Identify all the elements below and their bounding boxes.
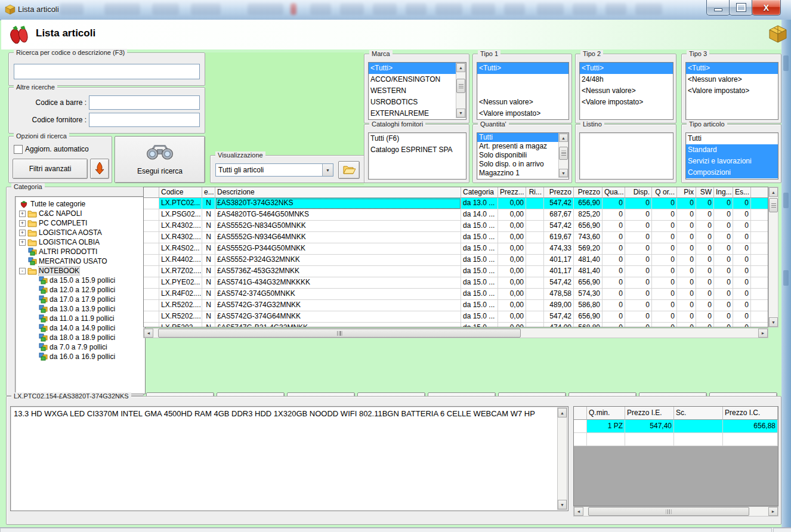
table-row[interactable] — [574, 433, 778, 446]
column-header[interactable]: SW — [696, 187, 714, 198]
catalogs-listbox[interactable]: Tutti (F6)Catalogo ESPRINET SPA — [369, 133, 466, 179]
column-header[interactable]: Categoria — [461, 187, 498, 198]
quantity-listbox[interactable]: TuttiArt. presenti a magazSolo disponibi… — [477, 133, 558, 179]
list-item[interactable]: <Nessun valore> — [477, 97, 568, 108]
column-header[interactable]: Prezz... — [498, 187, 526, 198]
column-header[interactable]: Es... — [733, 187, 751, 198]
expand-icon[interactable]: + — [19, 220, 26, 227]
article-table-hscrollbar[interactable]: ◄ ► — [143, 328, 768, 338]
column-header[interactable]: e... — [202, 187, 215, 198]
scroll-thumb[interactable] — [559, 147, 568, 160]
type3-listbox[interactable]: <Tutti><Nessun valore><Valore impostato> — [686, 63, 778, 119]
table-row[interactable]: LX.R5202....N£AS5742G-374G32MNKKda 15.0 … — [144, 300, 768, 311]
column-header[interactable]: Q or... — [652, 187, 677, 198]
chevron-down-icon[interactable]: ▼ — [322, 164, 333, 176]
expand-icon[interactable]: + — [19, 230, 26, 236]
column-header[interactable]: Prezzo — [544, 187, 574, 198]
price-table-hscrollbar[interactable]: ◄ ► — [573, 506, 778, 516]
list-item[interactable]: 24/48h — [580, 74, 673, 85]
list-item[interactable]: Composizioni — [686, 167, 778, 178]
supplier-code-input[interactable] — [89, 113, 200, 127]
scroll-left-icon[interactable]: ◄ — [144, 329, 153, 338]
list-item[interactable]: <Tutti> — [686, 63, 778, 74]
table-row[interactable]: LX.PSG02...N£AS4820TG-5464G50MNKSda 14.0… — [144, 209, 768, 221]
tree-item[interactable]: da 17.0 a 17.9 pollici — [16, 295, 145, 304]
run-search-button[interactable]: Esegui ricerca — [115, 136, 205, 183]
scroll-down-icon[interactable]: ▼ — [769, 317, 778, 327]
tree-item[interactable]: MERCATINO USATO — [16, 256, 145, 266]
column-header[interactable]: Qua... — [602, 187, 625, 198]
column-header[interactable]: Ing... — [714, 187, 733, 198]
minimize-button[interactable] — [706, 0, 730, 16]
barcode-input[interactable] — [89, 95, 200, 110]
scroll-right-icon[interactable]: ► — [768, 507, 778, 516]
scroll-down-icon[interactable]: ▼ — [558, 500, 567, 509]
table-row[interactable]: LX.PTC02...N£AS3820T-374G32NKSda 13.0 ..… — [144, 198, 768, 209]
tree-item[interactable]: da 15.0 a 15.9 pollici — [16, 276, 145, 285]
table-row[interactable]: LX.R4302....N£AS5552G-N834G50MNKKda 15.0… — [144, 221, 768, 232]
tree-item[interactable]: +LOGISTICA OLBIA — [16, 237, 145, 247]
list-item[interactable]: <Tutti> — [580, 63, 673, 74]
list-item[interactable]: <Tutti> — [369, 63, 456, 74]
table-row[interactable]: LX.R7Z02....N£AS5736Z-453G32MNKKda 15.0 … — [144, 266, 768, 277]
scroll-right-icon[interactable]: ► — [758, 329, 768, 338]
list-item[interactable]: <Nessun valore> — [580, 85, 673, 97]
scroll-down-icon[interactable]: ▼ — [559, 169, 568, 177]
list-item[interactable] — [477, 85, 568, 97]
tree-item[interactable]: da 12.0 a 12.9 pollici — [16, 285, 145, 295]
list-item[interactable]: <Nessun valore> — [686, 74, 778, 85]
window-titlebar[interactable]: Lista articoli X — [0, 0, 791, 20]
table-row[interactable]: LX.R5202....N£AS5742G-374G64MNKKda 15.0 … — [144, 311, 768, 323]
column-header[interactable]: Prezzo — [574, 187, 602, 198]
description-vscrollbar[interactable]: ▲ ▼ — [557, 407, 567, 510]
list-item[interactable]: Tutti — [477, 133, 558, 142]
list-item[interactable]: Tutti (F6) — [369, 133, 466, 144]
tree-item[interactable]: Tutte le categorie — [16, 199, 145, 209]
list-item[interactable]: Solo disponibili — [477, 151, 558, 160]
scroll-thumb[interactable] — [158, 329, 521, 338]
open-folder-button[interactable] — [338, 161, 360, 179]
column-header[interactable]: Prezzo I.C. — [723, 407, 778, 420]
list-item[interactable]: Catalogo ESPRINET SPA — [369, 144, 466, 156]
list-item[interactable]: Standard — [686, 144, 778, 156]
column-header[interactable]: Descrizione — [215, 187, 461, 198]
list-item[interactable] — [477, 74, 568, 85]
scroll-thumb[interactable] — [588, 507, 749, 516]
category-tree[interactable]: Tutte le categorie+C&C NAPOLI+PC COMPLET… — [15, 196, 146, 394]
list-item[interactable]: Servizi e lavorazioni — [686, 156, 778, 167]
list-item[interactable]: <Tutti> — [477, 63, 568, 74]
column-header[interactable]: Codice — [159, 187, 202, 198]
list-item[interactable]: <Valore impostato> — [686, 85, 778, 97]
scroll-up-icon[interactable]: ▲ — [456, 63, 465, 72]
list-item[interactable]: Magazzino 1 — [477, 169, 558, 178]
tree-item[interactable]: -NOTEBOOK — [16, 266, 145, 276]
view-combobox[interactable]: Tutti gli articoli ▼ — [215, 163, 333, 177]
auto-update-checkbox[interactable] — [14, 145, 23, 154]
advanced-filters-button[interactable]: Filtri avanzati — [13, 159, 88, 179]
article-table-vscrollbar[interactable]: ▲ ▼ — [768, 187, 778, 327]
quantity-scrollbar[interactable]: ▲ ▼ — [558, 133, 568, 178]
description-box[interactable]: 13.3 HD WXGA LED CI3370M INTEL GMA 4500H… — [10, 406, 568, 511]
expand-icon[interactable]: + — [19, 239, 26, 246]
scroll-up-icon[interactable]: ▲ — [769, 187, 778, 197]
filter-arrow-button[interactable] — [90, 159, 109, 179]
maximize-button[interactable] — [729, 0, 753, 16]
list-item[interactable]: Tutti — [686, 133, 778, 144]
tree-item[interactable]: da 7.0 a 7.9 pollici — [16, 342, 145, 352]
table-row[interactable]: LX.R4402....N£AS5552-P324G32MNKKda 15.0 … — [144, 255, 768, 266]
tree-item[interactable]: da 18.0 a 18.9 pollici — [16, 333, 145, 342]
column-header[interactable]: Pix — [677, 187, 696, 198]
list-item[interactable]: EXTERNALREME — [369, 108, 456, 119]
scroll-left-icon[interactable]: ◄ — [574, 507, 583, 516]
column-header[interactable]: Prezzo I.E. — [625, 407, 674, 420]
table-row[interactable]: LX.R4302....N£AS5552G-N934G64MNKKda 15.0… — [144, 232, 768, 243]
tree-item[interactable]: ALTRI PRODOTTI — [16, 247, 145, 256]
close-button[interactable]: X — [752, 0, 781, 16]
search-input[interactable] — [14, 64, 200, 79]
scroll-thumb[interactable] — [769, 198, 778, 212]
list-item[interactable]: ACCO/KENSINGTON — [369, 74, 456, 85]
type1-listbox[interactable]: <Tutti><Nessun valore><Valore impostato> — [477, 63, 568, 119]
tree-item[interactable]: +PC COMPLETI — [16, 218, 145, 228]
list-item[interactable]: Art. presenti a magaz — [477, 142, 558, 151]
tree-item[interactable]: da 16.0 a 16.9 pollici — [16, 352, 145, 361]
